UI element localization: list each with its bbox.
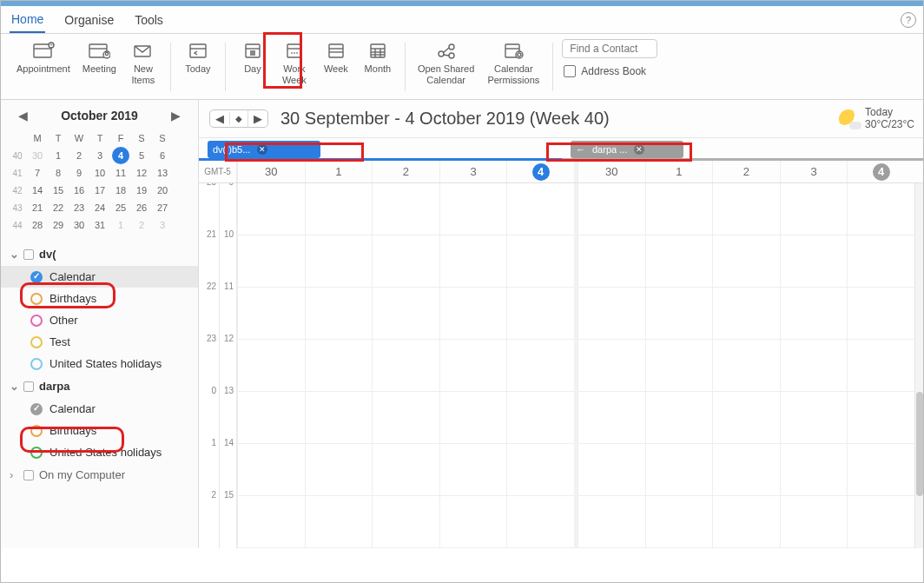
calendar-list-item[interactable]: Birthdays xyxy=(1,288,198,309)
nav-today-diamond[interactable]: ◆ xyxy=(229,112,248,125)
calendar-color-ring-icon[interactable] xyxy=(30,293,43,305)
day-header[interactable]: 3 xyxy=(780,161,848,182)
account-checkbox[interactable] xyxy=(23,470,34,480)
nav-next[interactable]: ▶ xyxy=(248,110,267,127)
day-header[interactable]: 3 xyxy=(439,161,507,182)
calendar-list-item[interactable]: Test xyxy=(1,331,198,353)
new-items-button[interactable]: New Items xyxy=(125,37,162,93)
time-slot[interactable] xyxy=(440,288,507,340)
day-column[interactable] xyxy=(645,183,713,548)
mini-cal-day[interactable]: 1 xyxy=(50,147,67,164)
mini-cal-day[interactable]: 2 xyxy=(133,216,150,234)
day-view-button[interactable]: Day xyxy=(234,37,271,93)
calendar-list-item[interactable]: Other xyxy=(1,309,198,331)
time-slot[interactable] xyxy=(373,235,439,288)
time-slot[interactable] xyxy=(781,392,848,444)
tab-tools[interactable]: Tools xyxy=(133,8,165,32)
time-slot[interactable] xyxy=(646,183,713,235)
mini-cal-day[interactable]: 10 xyxy=(91,164,109,182)
time-slot[interactable] xyxy=(440,340,507,392)
mini-cal-day[interactable]: 29 xyxy=(50,216,67,234)
time-slot[interactable] xyxy=(646,496,713,548)
mini-cal-day[interactable]: 16 xyxy=(70,182,88,199)
mini-cal-day[interactable]: 15 xyxy=(50,182,67,199)
calendar-list-item[interactable]: Birthdays xyxy=(1,420,198,441)
time-slot[interactable] xyxy=(238,235,305,288)
time-slot[interactable] xyxy=(781,183,848,235)
time-slot[interactable] xyxy=(713,183,780,235)
time-slot[interactable] xyxy=(781,496,848,548)
calendar-color-check-icon[interactable] xyxy=(30,403,43,415)
time-slot[interactable] xyxy=(306,183,373,235)
time-slot[interactable] xyxy=(781,235,848,288)
time-slot[interactable] xyxy=(306,288,373,340)
time-slot[interactable] xyxy=(646,392,713,444)
day-column[interactable] xyxy=(506,183,574,548)
time-slot[interactable] xyxy=(306,340,373,392)
close-icon[interactable]: ✕ xyxy=(257,144,267,155)
account-header[interactable]: ⌄ dv( xyxy=(1,242,198,266)
day-header[interactable]: 4 xyxy=(847,161,914,182)
time-slot[interactable] xyxy=(578,235,645,288)
week-view-button[interactable]: Week xyxy=(318,37,354,93)
time-slot[interactable] xyxy=(578,183,645,235)
day-column[interactable] xyxy=(712,183,780,548)
day-header[interactable]: 30 xyxy=(578,161,645,182)
merge-left-icon[interactable]: ← xyxy=(576,144,585,155)
time-slot[interactable] xyxy=(507,444,574,496)
time-slot[interactable] xyxy=(440,183,507,235)
mini-cal-day[interactable]: 12 xyxy=(133,164,150,182)
time-slot[interactable] xyxy=(578,392,645,444)
time-slot[interactable] xyxy=(713,392,780,444)
time-slot[interactable] xyxy=(578,444,645,496)
time-slot[interactable] xyxy=(848,496,914,548)
mini-cal-day[interactable]: 2 xyxy=(70,147,88,164)
time-slot[interactable] xyxy=(440,444,507,496)
work-week-view-button[interactable]: Work Week xyxy=(276,37,313,93)
calendar-list-item[interactable]: United States holidays xyxy=(1,353,198,374)
meeting-button[interactable]: Meeting xyxy=(79,37,120,93)
mini-cal-day[interactable]: 4 xyxy=(112,147,129,164)
time-slot[interactable] xyxy=(373,288,439,340)
calendar-grid[interactable]: 20212223012 9101112131415 xyxy=(199,183,924,548)
calendar-list-item[interactable]: Calendar xyxy=(1,266,198,288)
time-slot[interactable] xyxy=(238,288,305,340)
time-slot[interactable] xyxy=(848,444,914,496)
time-slot[interactable] xyxy=(713,235,780,288)
time-slot[interactable] xyxy=(373,444,439,496)
time-slot[interactable] xyxy=(781,340,848,392)
mini-cal-day[interactable]: 26 xyxy=(133,199,150,216)
mini-cal-day[interactable]: 11 xyxy=(112,164,129,182)
time-slot[interactable] xyxy=(713,496,780,548)
day-column[interactable] xyxy=(780,183,848,548)
scrollbar-thumb[interactable] xyxy=(916,392,923,496)
mini-cal-day[interactable]: 18 xyxy=(112,182,129,199)
mini-cal-day[interactable]: 9 xyxy=(70,164,88,182)
nav-prev[interactable]: ◀ xyxy=(210,110,229,127)
mini-cal-day[interactable]: 31 xyxy=(91,216,109,234)
time-slot[interactable] xyxy=(578,340,645,392)
time-slot[interactable] xyxy=(578,288,645,340)
mini-cal-day[interactable]: 8 xyxy=(50,164,67,182)
time-slot[interactable] xyxy=(306,496,373,548)
time-slot[interactable] xyxy=(848,183,914,235)
mini-cal-day[interactable]: 13 xyxy=(154,164,171,182)
calendar-color-ring-icon[interactable] xyxy=(30,358,43,370)
day-column[interactable] xyxy=(237,183,305,548)
calendar-chip-1[interactable]: dv( )b5... ✕ xyxy=(208,141,320,158)
day-column[interactable] xyxy=(305,183,373,548)
mini-cal-day[interactable]: 14 xyxy=(29,182,46,199)
weather-widget[interactable]: Today 30°C/23°C xyxy=(839,107,914,131)
time-slot[interactable] xyxy=(507,288,574,340)
time-slot[interactable] xyxy=(646,288,713,340)
scrollbar-track[interactable] xyxy=(914,183,924,548)
time-slot[interactable] xyxy=(781,444,848,496)
mini-cal-day[interactable]: 6 xyxy=(154,147,171,164)
time-slot[interactable] xyxy=(848,235,914,288)
day-header[interactable]: 30 xyxy=(237,161,305,182)
day-header[interactable]: 1 xyxy=(645,161,713,182)
calendar-color-ring-icon[interactable] xyxy=(30,447,43,459)
day-column[interactable] xyxy=(372,183,439,548)
time-slot[interactable] xyxy=(238,496,305,548)
close-icon[interactable]: ✕ xyxy=(634,144,644,155)
